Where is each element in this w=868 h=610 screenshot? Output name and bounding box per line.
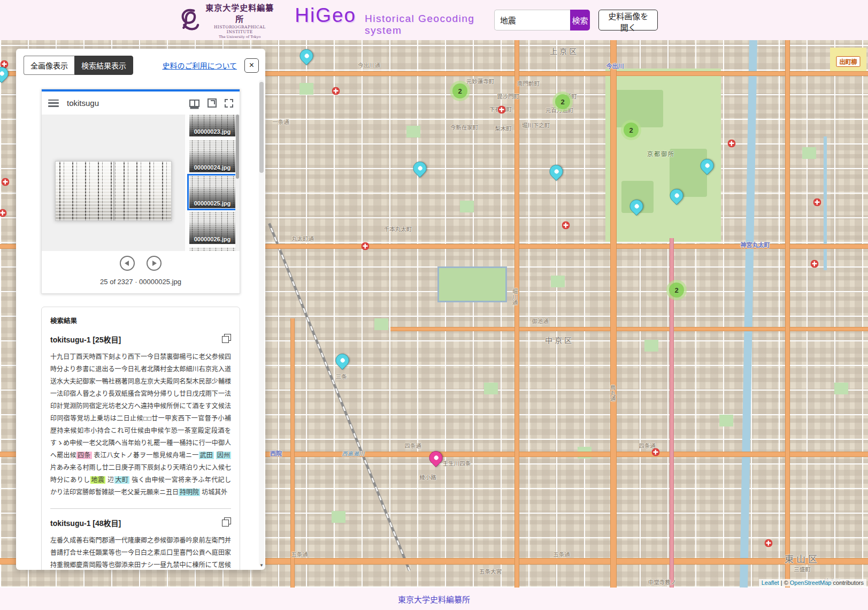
app-subtitle: Historical Geocoding system [365,13,494,36]
result-title-row: tokitsugu-1 [25枚目] [50,334,231,345]
thumbnail-item[interactable]: 00000024.jpg [189,140,235,172]
map-label: 京都御所 [647,149,675,158]
result-title: tokitsugu-1 [48枚目] [50,517,121,528]
highlight-term: 因州 [216,452,231,459]
green-area [484,383,498,394]
map-label: 西高瀬川 [342,449,364,458]
highlight-term: 大町 [114,476,130,484]
map-label: 南門前町 [517,79,540,87]
marker-cluster-count: 2 [452,83,467,98]
map-pin-cyan[interactable] [701,159,714,172]
marker-cluster[interactable]: 2 [450,81,470,101]
results-heading: 検索結果 [50,315,231,325]
marker-cluster[interactable]: 2 [552,92,573,112]
map-label: 三条 [336,372,347,380]
map-label: 丸太町通 [291,234,314,242]
map-label: 神宮丸太町 [741,240,770,249]
openstreetmap-link[interactable]: OpenStreetMap [790,580,832,586]
tab-search-results[interactable]: 検索結果表示 [74,56,133,75]
map-pin-magenta[interactable] [429,451,443,464]
map-label: 毘沙門町 [497,92,519,100]
institute-logo: 東京大学史料編纂所 HISTORIOGRAPHICAL INSTITUTE Th… [178,2,275,39]
park-nijo-castle [437,266,507,302]
map-label: 上京区 [550,45,579,56]
hospital-icon [498,106,506,114]
hospital-icon [652,448,660,456]
map-label: 中堂寺薮ノ [648,578,677,586]
hospital-icon [728,140,736,148]
thumbnail-item[interactable]: 00000025.jpg [189,176,235,208]
map-pin-cyan[interactable] [300,49,313,63]
green-area [460,201,474,212]
thumbnail-item[interactable]: 00000023.jpg [189,115,235,136]
map-pin-cyan[interactable] [550,165,563,178]
search-input[interactable] [494,10,570,30]
fullscreen-icon[interactable] [225,99,233,108]
green-area [834,383,848,394]
highlight-term: 持明院 [179,489,200,496]
map-pin-cyan[interactable] [670,189,683,202]
hospital-icon [765,539,773,547]
map-pin-cyan[interactable] [413,162,427,175]
thumbnail-item[interactable]: 00000027.jpg [189,248,235,251]
road-higashioji [785,40,790,588]
map-pin-cyan[interactable] [336,354,349,367]
next-icon [152,261,157,266]
page-view-icon[interactable] [189,100,199,107]
search-button[interactable]: 検索 [570,10,590,30]
marker-cluster[interactable]: 2 [621,120,641,140]
viewer-stage[interactable] [42,115,185,251]
map-label: 三盛町 [794,565,811,573]
result-body-text: 左番久成善右衛門郡通一代隆康卿之参候御添番吟泉前左衛門并普請打合せ来任顕業等也一… [50,535,231,570]
app-title: HiGeo [295,4,356,27]
road-karasuma [610,40,617,588]
marker-cluster-count: 2 [555,94,570,109]
thumbnail-item[interactable]: 00000026.jpg [189,212,235,244]
map-pin-cyan[interactable] [630,200,643,213]
image-viewer: tokitsugu 00000023.jpg00000024.jpg000000… [41,89,240,294]
marker-cluster-count: 2 [669,283,684,298]
green-area [332,511,345,523]
copy-icon[interactable] [222,334,231,343]
close-icon: × [249,60,254,70]
next-page-button[interactable] [147,256,162,271]
road-horikawa [514,40,519,588]
panel-close-button[interactable]: × [244,58,259,73]
scroll-down-icon[interactable]: ▼ [259,563,264,568]
road-omiya [290,318,295,588]
map-pin-cyan[interactable] [0,67,9,80]
search-bar: 検索 史料画像を開く [494,10,658,30]
viewer-header: tokitsugu [42,92,240,115]
thumbnail-scrollbar[interactable] [235,115,240,251]
open-window-icon[interactable] [208,98,217,108]
canal [824,136,827,270]
previous-page-button[interactable] [120,256,135,271]
panel-scrollbar[interactable]: ▼ [259,80,264,567]
hospital-icon [0,209,7,217]
previous-icon [125,261,129,266]
map-label: 四条通 [639,441,656,449]
thumbnail-filename: 00000023.jpg [189,128,235,135]
green-area [406,126,420,138]
hospital-icon [2,178,10,186]
viewer-body: 00000023.jpg00000024.jpg00000025.jpg0000… [42,115,240,251]
open-archive-images-button[interactable]: 史料画像を開く [598,10,658,30]
result-divider [50,508,231,509]
hospital-icon [811,260,819,268]
app-title-block: HiGeo Historical Geocoding system [295,4,494,36]
usage-info-link[interactable]: 史料のご利用について [162,60,237,71]
institute-logo-icon [178,6,200,35]
green-area [644,340,658,352]
thumbnail-filename: 00000025.jpg [189,200,235,207]
tab-all-images[interactable]: 全画像表示 [24,56,74,75]
map-label: 東山区 [785,552,820,565]
attribution-separator: | © [779,580,790,586]
marker-cluster[interactable]: 2 [666,280,687,300]
road-oike [390,327,868,331]
menu-icon[interactable] [48,100,59,107]
leaflet-link[interactable]: Leaflet [762,580,779,586]
footer-institute-link[interactable]: 東京大学史料編纂所 [398,593,470,605]
map-label: 中京区 [545,334,574,345]
copy-icon[interactable] [222,517,231,527]
main-area: 上京区中京区東山区出町柳今出川神宮丸太町西院三条千本丸太町今出川通丸太町通御池通… [0,40,868,588]
